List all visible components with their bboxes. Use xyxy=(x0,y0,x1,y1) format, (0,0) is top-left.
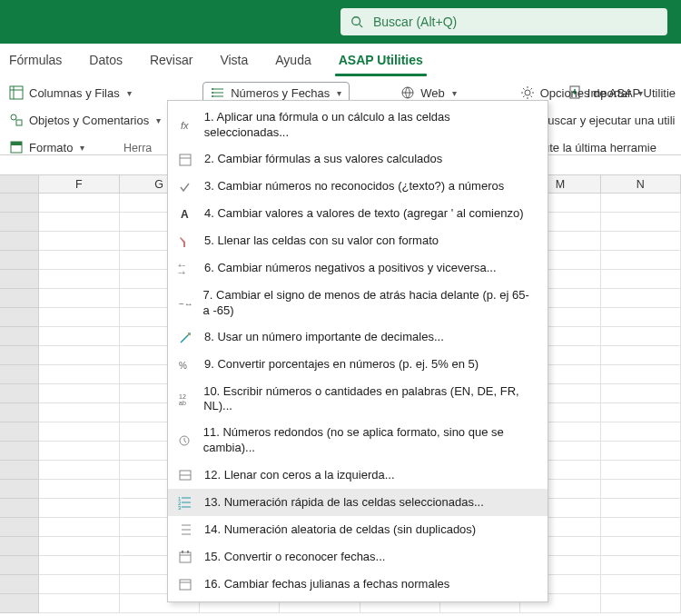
cell[interactable] xyxy=(601,308,681,327)
cell[interactable] xyxy=(601,403,681,422)
row-header[interactable] xyxy=(0,442,39,461)
row-header[interactable] xyxy=(0,480,39,499)
cell[interactable] xyxy=(601,594,681,613)
menu-item-16[interactable]: 16. Cambiar fechas julianas a fechas nor… xyxy=(168,571,548,598)
cell[interactable] xyxy=(601,346,681,365)
cell[interactable] xyxy=(39,327,119,346)
cell[interactable] xyxy=(601,384,681,403)
cell[interactable] xyxy=(601,194,681,213)
row-header[interactable] xyxy=(0,346,39,365)
menu-item-14[interactable]: 14. Numeración aleatoria de celdas (sin … xyxy=(168,516,548,543)
tab-review[interactable]: Revisar xyxy=(144,47,198,73)
row-header[interactable] xyxy=(0,289,39,308)
row-header[interactable] xyxy=(0,308,39,327)
row-header[interactable] xyxy=(0,327,39,346)
tab-asap-utilities[interactable]: ASAP Utilities xyxy=(333,47,429,73)
col-header-N[interactable]: N xyxy=(601,175,681,194)
menu-item-1[interactable]: fx1. Aplicar una fórmula o un cálculo a … xyxy=(168,104,548,146)
numbers-dates-menu: fx1. Aplicar una fórmula o un cálculo a … xyxy=(167,100,548,602)
menu-item-6[interactable]: +−−+6. Cambiar números negativos a posit… xyxy=(168,255,548,283)
menu-item-label: 13. Numeración rápida de las celdas sele… xyxy=(204,495,484,511)
menu-item-label: 8. Usar un número importante de decimale… xyxy=(204,330,444,345)
cell[interactable] xyxy=(39,461,119,480)
menu-item-label: 5. Llenar las celdas con su valor con fo… xyxy=(204,233,439,249)
menu-item-12[interactable]: 12. Llenar con ceros a la izquierda... xyxy=(168,462,548,489)
row-header[interactable] xyxy=(0,251,39,270)
tab-help[interactable]: Ayuda xyxy=(270,47,316,73)
row-header[interactable] xyxy=(0,556,39,575)
tab-formulas[interactable]: Fórmulas xyxy=(4,47,67,73)
menu-item-3[interactable]: 3. Cambiar números no reconocidos (¿text… xyxy=(168,174,548,201)
cell[interactable] xyxy=(601,480,681,499)
cell[interactable] xyxy=(39,289,119,308)
row-header[interactable] xyxy=(0,499,39,518)
row-header[interactable] xyxy=(0,537,39,556)
cell[interactable] xyxy=(39,384,119,403)
cell[interactable] xyxy=(601,327,681,346)
svg-point-5 xyxy=(11,114,16,120)
row-header[interactable] xyxy=(0,422,39,442)
cell[interactable] xyxy=(601,213,681,232)
cell[interactable] xyxy=(601,537,681,556)
cell[interactable] xyxy=(39,270,119,289)
row-header[interactable] xyxy=(0,403,39,422)
row-header[interactable] xyxy=(0,575,39,594)
tab-view[interactable]: Vista xyxy=(214,47,253,73)
cell[interactable] xyxy=(601,461,681,480)
row-header[interactable] xyxy=(0,270,39,289)
row-header[interactable] xyxy=(0,213,39,232)
menu-item-9[interactable]: %9. Convertir porcentajes en números (p.… xyxy=(168,352,548,379)
cell[interactable] xyxy=(601,251,681,270)
row-header[interactable] xyxy=(0,594,39,613)
cell[interactable] xyxy=(39,232,119,251)
cell[interactable] xyxy=(601,422,681,442)
row-header[interactable] xyxy=(0,194,39,213)
menu-item-15[interactable]: 15. Convertir o reconocer fechas... xyxy=(168,543,548,571)
objects-comments-button[interactable]: Objetos y Comentarios ▾ xyxy=(4,109,166,131)
menu-item-5[interactable]: 5. Llenar las celdas con su valor con fo… xyxy=(168,228,548,255)
cell[interactable] xyxy=(39,594,119,613)
columns-rows-button[interactable]: Columnas y Filas ▾ xyxy=(4,82,166,104)
menu-item-4[interactable]: A4. Cambiar valores a valores de texto (… xyxy=(168,201,548,228)
menu-item-2[interactable]: 2. Cambiar fórmulas a sus valores calcul… xyxy=(168,146,548,174)
row-header[interactable] xyxy=(0,232,39,251)
cell[interactable] xyxy=(601,442,681,461)
cell[interactable] xyxy=(39,308,119,327)
cell[interactable] xyxy=(39,403,119,422)
cell[interactable] xyxy=(39,518,119,537)
row-header[interactable] xyxy=(0,365,39,384)
cell[interactable] xyxy=(39,575,119,594)
search-box[interactable]: Buscar (Alt+Q) xyxy=(340,8,667,35)
menu-item-13[interactable]: 12313. Numeración rápida de las celdas s… xyxy=(168,489,548,516)
menu-item-11[interactable]: 11. Números redondos (no se aplica forma… xyxy=(168,420,548,462)
cell[interactable] xyxy=(601,270,681,289)
select-all-corner[interactable] xyxy=(0,175,39,194)
cell[interactable] xyxy=(39,194,119,213)
cell[interactable] xyxy=(39,499,119,518)
tab-data[interactable]: Datos xyxy=(84,47,128,73)
col-header-F[interactable]: F xyxy=(39,175,119,194)
cell[interactable] xyxy=(39,480,119,499)
cell[interactable] xyxy=(601,232,681,251)
menu-item-10[interactable]: 12ab10. Escribir números o cantidades en… xyxy=(168,379,548,421)
cell[interactable] xyxy=(39,537,119,556)
cell[interactable] xyxy=(601,499,681,518)
svg-point-17 xyxy=(525,90,530,95)
cell[interactable] xyxy=(601,575,681,594)
row-header[interactable] xyxy=(0,461,39,480)
cell[interactable] xyxy=(39,251,119,270)
menu-item-7[interactable]: −↔7. Cambiar el signo de menos de atrás … xyxy=(168,283,548,324)
cell[interactable] xyxy=(39,346,119,365)
cell[interactable] xyxy=(39,213,119,232)
cell[interactable] xyxy=(601,289,681,308)
cell[interactable] xyxy=(39,442,119,461)
cell[interactable] xyxy=(39,365,119,384)
row-header[interactable] xyxy=(0,384,39,403)
cell[interactable] xyxy=(601,365,681,384)
cell[interactable] xyxy=(39,556,119,575)
cell[interactable] xyxy=(601,556,681,575)
cell[interactable] xyxy=(39,422,119,442)
menu-item-8[interactable]: 8. Usar un número importante de decimale… xyxy=(168,324,548,352)
row-header[interactable] xyxy=(0,518,39,537)
cell[interactable] xyxy=(601,518,681,537)
